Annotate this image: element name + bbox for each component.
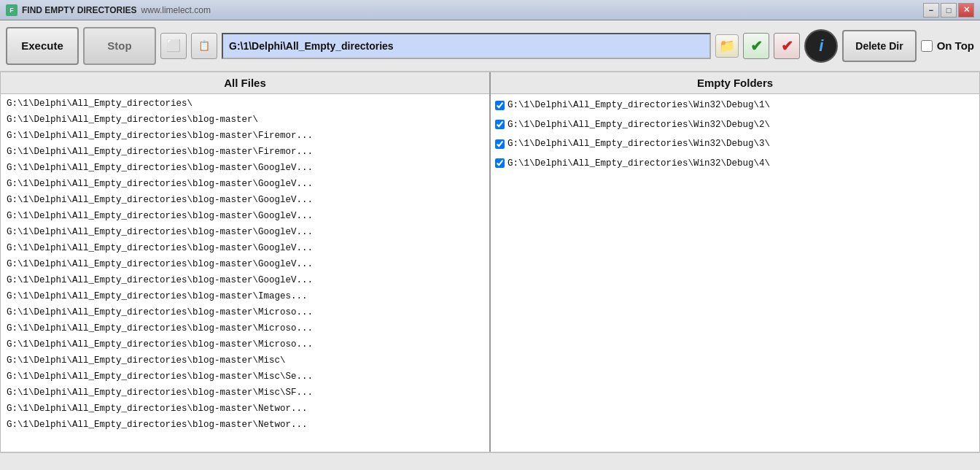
window-controls: − □ ✕ — [923, 3, 974, 18]
restore-button[interactable]: □ — [941, 3, 957, 18]
stop-button[interactable]: Stop — [83, 27, 156, 65]
list-item[interactable]: G:\1\Delphi\All_Empty_directories\Win32\… — [491, 96, 979, 115]
on-top-label[interactable]: On Top — [937, 39, 974, 52]
close-button[interactable]: ✕ — [958, 3, 974, 18]
folder-path: G:\1\Delphi\All_Empty_directories\Win32\… — [508, 97, 770, 114]
empty-folders-list[interactable]: G:\1\Delphi\All_Empty_directories\Win32\… — [491, 94, 979, 452]
list-item[interactable]: G:\1\Delphi\All_Empty_directories\Win32\… — [491, 115, 979, 135]
list-item[interactable]: G:\1\Delphi\All_Empty_directories\blog-m… — [1, 369, 489, 385]
app-icon: F — [6, 4, 18, 16]
status-bar — [0, 452, 980, 470]
on-top-checkbox[interactable] — [921, 40, 933, 52]
app-title: FIND EMPTY DIRECTORIES — [22, 5, 137, 15]
cancel-red-button[interactable]: ✔ — [774, 33, 800, 59]
folder-checkbox[interactable] — [495, 139, 505, 149]
folder-path: G:\1\Delphi\All_Empty_directories\Win32\… — [508, 155, 770, 172]
list-item[interactable]: G:\1\Delphi\All_Empty_directories\blog-m… — [1, 112, 489, 128]
list-item[interactable]: G:\1\Delphi\All_Empty_directories\blog-m… — [1, 304, 489, 320]
folder-checkbox[interactable] — [495, 101, 505, 110]
app-website: www.limelect.com — [141, 5, 211, 15]
list-item[interactable]: G:\1\Delphi\All_Empty_directories\blog-m… — [1, 176, 489, 192]
execute-button[interactable]: Execute — [6, 27, 79, 65]
list-item[interactable]: G:\1\Delphi\All_Empty_directories\blog-m… — [1, 224, 489, 240]
folder-checkbox[interactable] — [495, 120, 505, 129]
list-item[interactable]: G:\1\Delphi\All_Empty_directories\blog-m… — [1, 385, 489, 401]
list-item[interactable]: G:\1\Delphi\All_Empty_directories\blog-m… — [1, 401, 489, 417]
list-item[interactable]: G:\1\Delphi\All_Empty_directories\blog-m… — [1, 336, 489, 352]
list-item[interactable]: G:\1\Delphi\All_Empty_directories\blog-m… — [1, 144, 489, 160]
list-item[interactable]: G:\1\Delphi\All_Empty_directories\blog-m… — [1, 272, 489, 288]
list-item[interactable]: G:\1\Delphi\All_Empty_directories\blog-m… — [1, 320, 489, 336]
list-item[interactable]: G:\1\Delphi\All_Empty_directories\Win32\… — [491, 134, 979, 154]
toolbar: Execute Stop ⬜ 📋 📁 ✔ ✔ i Delete Dir On T… — [0, 20, 980, 72]
empty-folders-panel: Empty Folders G:\1\Delphi\All_Empty_dire… — [491, 72, 979, 452]
all-files-header: All Files — [1, 72, 489, 94]
list-item[interactable]: G:\1\Delphi\All_Empty_directories\blog-m… — [1, 160, 489, 176]
list-item[interactable]: G:\1\Delphi\All_Empty_directories\ — [1, 96, 489, 112]
list-item[interactable]: G:\1\Delphi\All_Empty_directories\blog-m… — [1, 128, 489, 144]
on-top-area: On Top — [921, 39, 974, 52]
folder-path: G:\1\Delphi\All_Empty_directories\Win32\… — [508, 117, 770, 134]
browse-folder-button[interactable]: 📁 — [715, 34, 739, 58]
empty-folders-header: Empty Folders — [491, 72, 979, 94]
confirm-green-button[interactable]: ✔ — [743, 33, 769, 59]
list-item[interactable]: G:\1\Delphi\All_Empty_directories\blog-m… — [1, 240, 489, 256]
list-item[interactable]: G:\1\Delphi\All_Empty_directories\blog-m… — [1, 352, 489, 369]
title-bar: F FIND EMPTY DIRECTORIES www.limelect.co… — [0, 0, 980, 20]
info-button[interactable]: i — [804, 29, 838, 63]
list-item[interactable]: G:\1\Delphi\All_Empty_directories\blog-m… — [1, 208, 489, 224]
list-item[interactable]: G:\1\Delphi\All_Empty_directories\blog-m… — [1, 256, 489, 272]
all-files-panel: All Files G:\1\Delphi\All_Empty_director… — [1, 72, 491, 452]
folder-path: G:\1\Delphi\All_Empty_directories\Win32\… — [508, 136, 770, 153]
main-area: All Files G:\1\Delphi\All_Empty_director… — [0, 72, 980, 452]
list-item[interactable]: G:\1\Delphi\All_Empty_directories\blog-m… — [1, 417, 489, 433]
folder-checkbox[interactable] — [495, 158, 505, 168]
delete-dir-button[interactable]: Delete Dir — [842, 30, 916, 62]
path-input[interactable] — [222, 33, 711, 59]
list-item[interactable]: G:\1\Delphi\All_Empty_directories\blog-m… — [1, 288, 489, 304]
minimize-button[interactable]: − — [923, 3, 939, 18]
paste-icon-button[interactable]: 📋 — [191, 33, 217, 59]
list-item[interactable]: G:\1\Delphi\All_Empty_directories\blog-m… — [1, 192, 489, 208]
title-bar-left: F FIND EMPTY DIRECTORIES www.limelect.co… — [6, 4, 211, 16]
list-item[interactable]: G:\1\Delphi\All_Empty_directories\Win32\… — [491, 154, 979, 174]
all-files-list[interactable]: G:\1\Delphi\All_Empty_directories\G:\1\D… — [1, 94, 489, 452]
copy-icon-button[interactable]: ⬜ — [160, 33, 187, 59]
